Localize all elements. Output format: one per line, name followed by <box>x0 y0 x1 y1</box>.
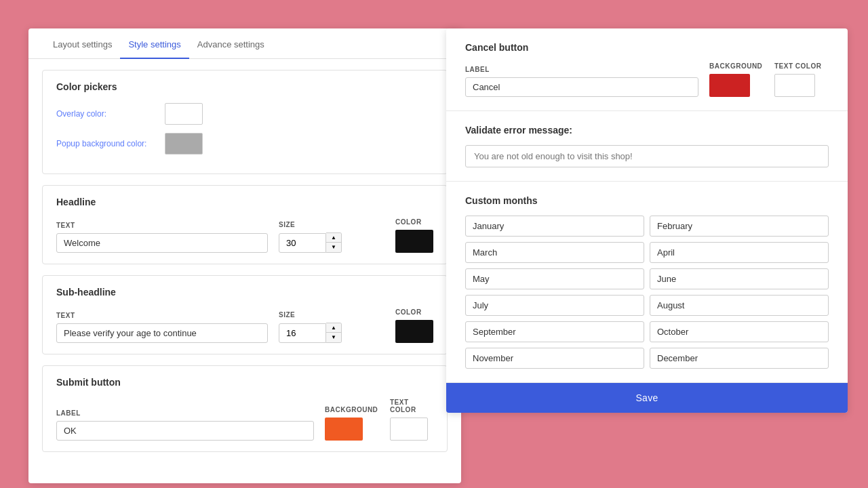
cancel-button-section: Cancel button LABEL BACKGROUND TEXT COLO… <box>446 28 848 111</box>
overlay-color-swatch[interactable] <box>165 103 203 125</box>
subheadline-size-wrap: ▲ ▼ <box>279 323 384 343</box>
left-settings-panel: Layout settings Style settings Advance s… <box>28 28 461 483</box>
cancel-bg-heading: BACKGROUND <box>709 62 764 70</box>
month-input-may[interactable] <box>465 268 644 289</box>
headline-size-label: SIZE <box>279 221 384 228</box>
submit-bg-heading: BACKGROUND <box>325 406 379 413</box>
submit-bg-col: BACKGROUND <box>325 406 379 441</box>
subheadline-fields: TEXT SIZE ▲ ▼ COLOR <box>56 308 433 343</box>
submit-button-title: Submit button <box>56 377 433 388</box>
month-input-april[interactable] <box>650 242 829 263</box>
cancel-label-heading: LABEL <box>465 66 698 73</box>
headline-fields: TEXT SIZE ▲ ▼ COLOR <box>56 218 433 253</box>
month-input-december[interactable] <box>650 348 829 369</box>
overlay-color-row: Overlay color: <box>56 103 433 125</box>
cancel-tc-swatch[interactable] <box>774 74 815 97</box>
headline-color-swatch[interactable] <box>395 230 433 253</box>
subheadline-size-down[interactable]: ▼ <box>326 333 341 342</box>
tabs-container: Layout settings Style settings Advance s… <box>28 28 461 59</box>
headline-size-spinners: ▲ ▼ <box>326 232 342 253</box>
overlay-color-label: Overlay color: <box>56 109 165 119</box>
tab-layout-settings[interactable]: Layout settings <box>45 28 120 59</box>
month-input-june[interactable] <box>650 268 829 289</box>
cancel-bg-col: BACKGROUND <box>709 62 764 97</box>
custom-months-title: Custom months <box>465 195 829 206</box>
validate-error-title: Validate error message: <box>465 125 829 136</box>
submit-label-input[interactable] <box>56 421 314 441</box>
headline-title: Headline <box>56 197 433 207</box>
month-input-october[interactable] <box>650 321 829 342</box>
month-input-november[interactable] <box>465 348 644 369</box>
month-input-august[interactable] <box>650 295 829 316</box>
popup-bg-swatch[interactable] <box>165 133 203 155</box>
headline-size-wrap: ▲ ▼ <box>279 232 384 253</box>
subheadline-size-up[interactable]: ▲ <box>326 323 341 333</box>
subheadline-section: Sub-headline TEXT SIZE ▲ ▼ COLOR <box>42 275 448 354</box>
submit-button-section: Submit button LABEL BACKGROUND TEXT COLO… <box>42 365 448 452</box>
subheadline-size-col: SIZE ▲ ▼ <box>279 311 384 343</box>
submit-tc-col: TEXT COLOR <box>390 399 433 441</box>
tab-style-settings[interactable]: Style settings <box>120 28 189 59</box>
subheadline-text-input[interactable] <box>56 323 268 343</box>
subheadline-size-input[interactable] <box>279 323 326 343</box>
month-input-july[interactable] <box>465 295 644 316</box>
subheadline-size-spinners: ▲ ▼ <box>326 323 342 343</box>
headline-size-up[interactable]: ▲ <box>326 233 341 243</box>
popup-bg-label: Popup background color: <box>56 139 165 148</box>
submit-tc-swatch[interactable] <box>390 418 428 441</box>
custom-months-section: Custom months <box>446 182 848 383</box>
submit-label-col: LABEL <box>56 409 314 441</box>
cancel-label-input[interactable] <box>465 77 698 97</box>
subheadline-color-swatch[interactable] <box>395 320 433 343</box>
popup-bg-row: Popup background color: <box>56 133 433 155</box>
headline-size-input[interactable] <box>279 233 326 253</box>
headline-size-col: SIZE ▲ ▼ <box>279 221 384 253</box>
month-input-september[interactable] <box>465 321 644 342</box>
cancel-tc-heading: TEXT COLOR <box>774 62 829 70</box>
validate-error-input[interactable] <box>465 145 829 167</box>
color-pickers-title: Color pickers <box>56 81 433 92</box>
month-input-march[interactable] <box>465 242 644 263</box>
cancel-bg-swatch[interactable] <box>709 74 750 97</box>
months-grid <box>465 216 829 369</box>
cancel-label-col: LABEL <box>465 66 698 97</box>
validate-error-section: Validate error message: <box>446 111 848 182</box>
subheadline-text-col: TEXT <box>56 312 268 343</box>
cancel-button-fields: LABEL BACKGROUND TEXT COLOR <box>465 62 829 97</box>
color-pickers-section: Color pickers Overlay color: Popup backg… <box>42 70 448 174</box>
headline-size-down[interactable]: ▼ <box>326 243 341 252</box>
headline-text-input[interactable] <box>56 233 268 253</box>
submit-button-fields: LABEL BACKGROUND TEXT COLOR <box>56 399 433 441</box>
headline-section: Headline TEXT SIZE ▲ ▼ COLOR <box>42 185 448 264</box>
save-bar[interactable]: Save <box>446 383 848 413</box>
submit-bg-swatch[interactable] <box>325 418 363 441</box>
submit-tc-heading: TEXT COLOR <box>390 399 433 413</box>
cancel-tc-col: TEXT COLOR <box>774 62 829 97</box>
headline-text-label: TEXT <box>56 222 268 229</box>
subheadline-text-label: TEXT <box>56 312 268 319</box>
cancel-button-title: Cancel button <box>465 42 829 53</box>
month-input-february[interactable] <box>650 216 829 237</box>
subheadline-size-label: SIZE <box>279 311 384 319</box>
right-settings-panel: Cancel button LABEL BACKGROUND TEXT COLO… <box>446 28 848 413</box>
tab-advance-settings[interactable]: Advance settings <box>189 28 273 59</box>
save-button-label: Save <box>635 392 658 403</box>
month-input-january[interactable] <box>465 216 644 237</box>
submit-label-heading: LABEL <box>56 409 314 417</box>
headline-color-col: COLOR <box>395 218 433 253</box>
headline-color-label: COLOR <box>395 218 433 226</box>
headline-text-col: TEXT <box>56 222 268 253</box>
subheadline-color-label: COLOR <box>395 308 433 316</box>
subheadline-title: Sub-headline <box>56 287 433 298</box>
subheadline-color-col: COLOR <box>395 308 433 343</box>
